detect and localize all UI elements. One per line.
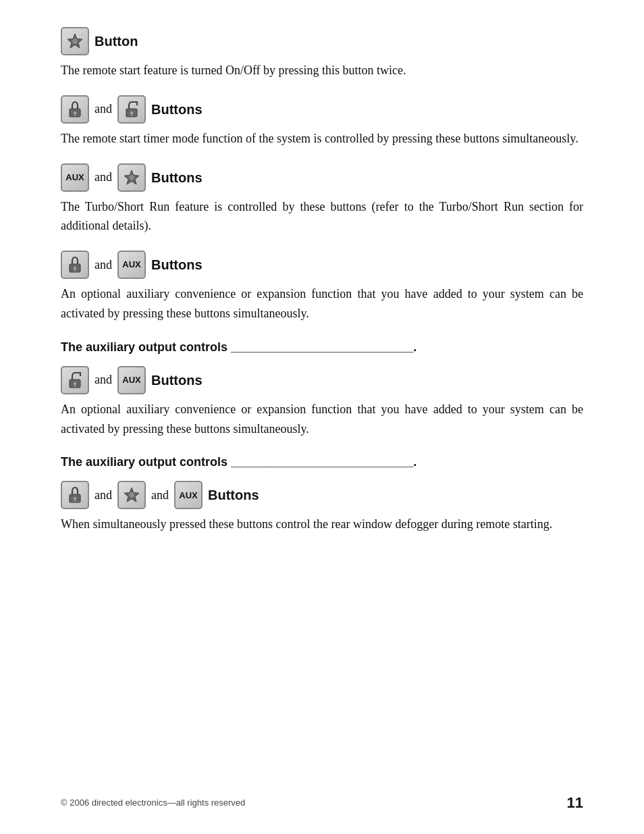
body-text-lock-lockopen: The remote start timer mode function of … xyxy=(61,129,583,149)
lock-closed-icon xyxy=(61,95,89,124)
svg-point-9 xyxy=(129,175,134,180)
heading-row-lock-star-aux: and and AUX Buttons xyxy=(61,481,583,509)
svg-point-20 xyxy=(129,492,134,498)
body-text-aux-star: The Turbo/Short Run feature is controlle… xyxy=(61,197,583,236)
section-lock-lockopen: and Buttons The remote start timer mode … xyxy=(61,95,583,149)
and-text-3: and xyxy=(95,256,112,274)
section-heading-2: Buttons xyxy=(151,99,203,120)
section-heading-5: Buttons xyxy=(151,370,203,390)
section-heading-4: Buttons xyxy=(151,255,203,275)
section-lock-star-aux: and and AUX Buttons When simultaneously … xyxy=(61,481,583,534)
page-number: 11 xyxy=(567,791,583,814)
lock-closed-icon-2 xyxy=(61,251,89,279)
aux-icon-2: AUX xyxy=(117,251,146,279)
and-text-4: and xyxy=(95,371,112,389)
svg-point-1 xyxy=(72,38,78,44)
section-aux-star: AUX and Buttons The Turbo/Short Run feat… xyxy=(61,163,583,236)
section-lockopen-aux: and AUX Buttons An optional auxiliary co… xyxy=(61,366,583,439)
svg-point-14 xyxy=(74,382,76,385)
section-lock-aux: and AUX Buttons An optional auxiliary co… xyxy=(61,251,583,323)
star-icon-2 xyxy=(117,163,146,192)
heading-row-star: Button xyxy=(61,27,583,55)
section-heading: Button xyxy=(95,31,138,51)
svg-point-3 xyxy=(74,111,76,114)
heading-row-lock-aux: and AUX Buttons xyxy=(61,251,583,279)
lock-open-icon-2 xyxy=(61,366,89,394)
heading-row-lock-lockopen: and Buttons xyxy=(61,95,583,124)
svg-point-11 xyxy=(74,267,76,269)
aux-icon-1: AUX xyxy=(61,163,89,192)
and-text-5: and xyxy=(95,486,112,504)
body-text-lock-star-aux: When simultaneously pressed these button… xyxy=(61,515,583,534)
svg-point-17 xyxy=(74,497,76,500)
body-text-star: The remote start feature is turned On/Of… xyxy=(61,61,583,80)
and-text-1: and xyxy=(95,100,112,118)
section-heading-6: Buttons xyxy=(208,485,259,505)
page: Button The remote start feature is turne… xyxy=(0,0,644,834)
heading-row-aux-star: AUX and Buttons xyxy=(61,163,583,192)
section-star-button: Button The remote start feature is turne… xyxy=(61,27,583,80)
lock-open-icon xyxy=(117,95,146,124)
copyright: © 2006 directed electronics—all rights r… xyxy=(61,796,245,810)
heading-row-lockopen-aux: and AUX Buttons xyxy=(61,366,583,394)
aux-icon-4: AUX xyxy=(174,481,203,509)
star-icon xyxy=(61,27,89,55)
and-text-2: and xyxy=(95,168,112,186)
lock-closed-icon-3 xyxy=(61,481,89,509)
aux-icon-3: AUX xyxy=(117,366,146,394)
star-icon-3 xyxy=(117,481,146,509)
body-text-lockopen-aux: An optional auxiliary convenience or exp… xyxy=(61,400,583,439)
aux-control-1: The auxiliary output controls __________… xyxy=(61,338,583,357)
and-text-6: and xyxy=(151,486,169,504)
footer: © 2006 directed electronics—all rights r… xyxy=(61,791,583,814)
section-heading-3: Buttons xyxy=(151,167,203,188)
svg-point-6 xyxy=(130,111,133,114)
body-text-lock-aux: An optional auxiliary convenience or exp… xyxy=(61,284,583,323)
aux-control-2: The auxiliary output controls __________… xyxy=(61,453,583,471)
